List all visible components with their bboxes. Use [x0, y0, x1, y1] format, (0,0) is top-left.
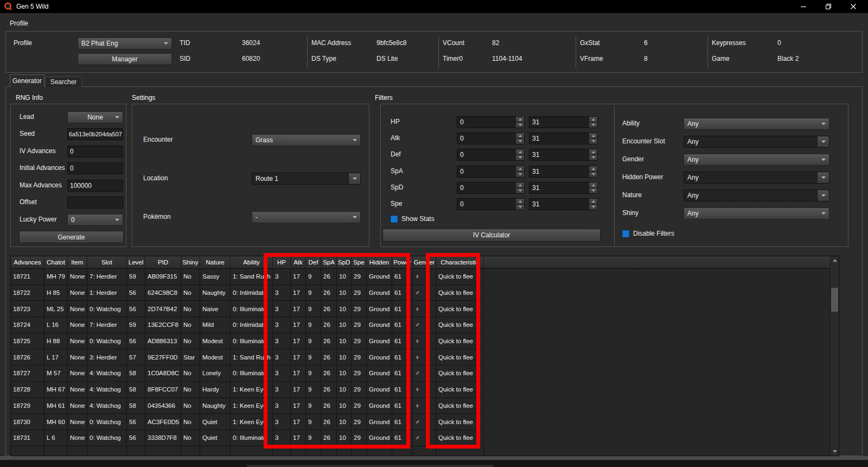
table-cell[interactable]: Ground: [367, 269, 392, 285]
spin-up-icon[interactable]: [515, 149, 524, 155]
table-cell[interactable]: 29: [352, 430, 367, 446]
table-cell[interactable]: 4: Watchog: [87, 398, 127, 414]
table-cell[interactable]: 9: [306, 398, 321, 414]
table-cell[interactable]: 3: [273, 269, 291, 285]
table-cell[interactable]: 10: [337, 398, 352, 414]
table-cell[interactable]: None: [68, 382, 87, 398]
table-cell[interactable]: None: [68, 398, 87, 414]
column-header[interactable]: Advances: [11, 256, 44, 269]
table-cell[interactable]: AB09F315: [145, 269, 181, 285]
table-cell[interactable]: 3: [273, 349, 291, 365]
table-cell[interactable]: 3: Herdier: [87, 349, 127, 365]
table-cell[interactable]: None: [68, 317, 87, 333]
table-cell[interactable]: No: [181, 333, 200, 350]
spin-down-icon[interactable]: [515, 123, 524, 128]
tab-searcher[interactable]: Searcher: [45, 77, 82, 87]
table-cell[interactable]: Quick to flee: [436, 317, 484, 333]
table-cell[interactable]: Lonely: [200, 365, 231, 382]
table-cell[interactable]: 1: Keen Eye: [231, 414, 273, 430]
hidden-power-select[interactable]: Any: [684, 172, 829, 184]
table-cell[interactable]: No: [181, 317, 200, 333]
table-cell[interactable]: 29: [352, 365, 367, 382]
table-cell[interactable]: 0: Illuminate: [231, 333, 273, 350]
table-cell[interactable]: None: [68, 414, 87, 430]
table-cell[interactable]: Quick to flee: [436, 269, 484, 285]
table-cell[interactable]: ♂: [413, 414, 436, 430]
offset-input[interactable]: [67, 197, 123, 209]
table-cell[interactable]: 61: [392, 285, 413, 301]
scroll-down-icon[interactable]: [831, 447, 839, 456]
table-cell[interactable]: 17: [291, 398, 306, 414]
table-cell[interactable]: Ground: [367, 414, 392, 430]
spin-up-icon[interactable]: [589, 149, 597, 155]
table-cell[interactable]: 10: [337, 430, 352, 446]
table-cell[interactable]: 61: [392, 317, 413, 333]
table-cell[interactable]: No: [181, 301, 200, 317]
table-cell[interactable]: No: [181, 382, 200, 398]
table-cell[interactable]: 18725: [11, 333, 44, 350]
table-cell[interactable]: Quick to flee: [436, 285, 484, 301]
table-cell[interactable]: No: [181, 285, 200, 301]
table-cell[interactable]: Quick to flee: [436, 365, 484, 382]
table-cell[interactable]: 10: [337, 349, 352, 365]
spin-down-icon[interactable]: [515, 139, 524, 144]
profile-select[interactable]: B2 Phat Eng: [78, 37, 172, 49]
table-cell[interactable]: 0: Watchog: [87, 414, 127, 430]
table-cell[interactable]: 61: [392, 301, 413, 317]
scroll-up-icon[interactable]: [831, 256, 839, 264]
table-cell[interactable]: 61: [392, 349, 413, 365]
table-cell[interactable]: H 85: [44, 285, 68, 301]
close-button[interactable]: [841, 0, 866, 13]
table-cell[interactable]: 26: [321, 365, 337, 382]
table-cell[interactable]: 26: [321, 349, 337, 365]
table-cell[interactable]: 17: [291, 301, 306, 317]
location-select[interactable]: Route 1: [252, 173, 361, 185]
iv-spd-max-spinbox[interactable]: 31: [529, 182, 598, 194]
spin-down-icon[interactable]: [589, 205, 597, 210]
table-cell[interactable]: 9: [306, 269, 321, 285]
spin-up-icon[interactable]: [589, 166, 597, 172]
table-cell[interactable]: Ground: [367, 333, 392, 350]
table-cell[interactable]: ♀: [413, 349, 436, 365]
table-cell[interactable]: 18726: [11, 349, 44, 365]
table-cell[interactable]: H 88: [44, 333, 68, 350]
table-cell[interactable]: 9: [306, 333, 321, 350]
table-cell[interactable]: 3: [273, 365, 291, 382]
table-cell[interactable]: 9E27FF0D: [145, 349, 181, 365]
table-cell[interactable]: ♀: [413, 333, 436, 350]
table-cell[interactable]: Quick to flee: [436, 301, 484, 317]
generate-button[interactable]: Generate: [19, 231, 124, 243]
table-cell[interactable]: 57: [127, 349, 145, 365]
table-cell[interactable]: 04354366: [145, 398, 181, 414]
initial-advances-input[interactable]: 0: [67, 162, 123, 174]
table-cell[interactable]: 17: [291, 269, 306, 285]
table-cell[interactable]: M 57: [44, 365, 68, 382]
column-header[interactable]: Shiny: [181, 256, 200, 269]
table-cell[interactable]: 3: [273, 301, 291, 317]
iv-hp-max-spinbox[interactable]: 31: [529, 116, 598, 128]
table-cell[interactable]: 10: [337, 414, 352, 430]
table-cell[interactable]: 29: [352, 317, 367, 333]
gender-select[interactable]: Any: [684, 154, 829, 166]
table-cell[interactable]: 3: [273, 414, 291, 430]
iv-calculator-button[interactable]: IV Calculator: [382, 229, 601, 242]
table-cell[interactable]: 56: [127, 285, 145, 301]
show-stats-checkbox[interactable]: [391, 216, 398, 223]
column-header[interactable]: Chatot: [44, 256, 68, 269]
table-cell[interactable]: Naughty: [200, 285, 231, 301]
table-cell[interactable]: 8F8FCC07: [145, 382, 181, 398]
table-cell[interactable]: 56: [127, 414, 145, 430]
spin-down-icon[interactable]: [515, 205, 524, 210]
encounter-select[interactable]: Grass: [252, 134, 361, 146]
table-cell[interactable]: None: [68, 285, 87, 301]
table-cell[interactable]: Ground: [367, 349, 392, 365]
column-header[interactable]: Spe: [352, 256, 367, 269]
table-cell[interactable]: 56: [127, 301, 145, 317]
table-cell[interactable]: MH 79: [44, 269, 68, 285]
manager-button[interactable]: Manager: [78, 53, 172, 65]
table-cell[interactable]: Ground: [367, 285, 392, 301]
minimize-button[interactable]: [791, 0, 816, 13]
table-cell[interactable]: 26: [321, 285, 337, 301]
table-cell[interactable]: ♀: [413, 301, 436, 317]
table-cell[interactable]: Quick to flee: [436, 382, 484, 398]
